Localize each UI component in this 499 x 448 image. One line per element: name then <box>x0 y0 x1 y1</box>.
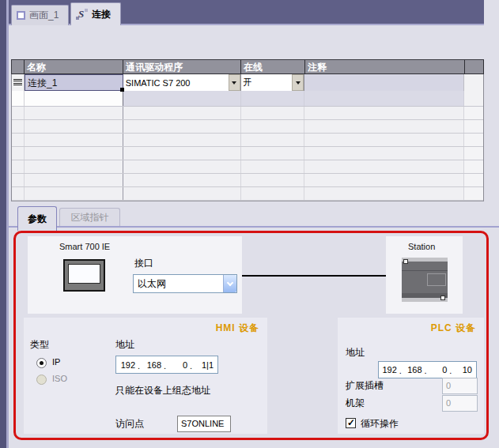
ip-octet: 192 <box>379 365 404 375</box>
interface-dropdown[interactable]: 以太网 <box>133 274 237 293</box>
plc-device-image <box>402 258 448 302</box>
column-header-extra <box>465 60 484 74</box>
left-edge-highlight <box>6 0 9 448</box>
table-empty-row <box>12 134 483 147</box>
plc-station-box: Station <box>386 236 463 314</box>
left-edge-strip <box>0 0 6 448</box>
radio-ip[interactable] <box>36 358 47 368</box>
plc-settings-section: PLC 设备 地址 192 168 0 10 扩展插槽 0 机架 0 循环操作 <box>338 318 484 434</box>
dropdown-arrow-icon[interactable] <box>229 74 240 91</box>
connection-icon: S <box>76 8 88 21</box>
plc-ip-address-field[interactable]: 192 168 0 10 <box>378 361 477 378</box>
tab-area-pointers[interactable]: 区域指针 <box>59 208 120 226</box>
tab-screen-1-label: 画面_1 <box>29 9 59 22</box>
table-empty-row <box>12 120 483 134</box>
ip-octet: 168 <box>142 360 168 370</box>
interface-value: 以太网 <box>138 277 166 291</box>
bottom-tab-baseline <box>9 226 499 228</box>
address-note: 只能在设备上组态地址 <box>115 384 210 397</box>
cyclic-operation-label: 循环操作 <box>361 417 399 431</box>
tab-area-pointers-label: 区域指针 <box>71 211 109 224</box>
hmi-device-name: Smart 700 IE <box>59 242 110 251</box>
ip-octet: 168 <box>404 365 429 375</box>
table-empty-row <box>12 160 483 174</box>
comment-cell[interactable] <box>304 74 464 91</box>
tab-parameters[interactable]: 参数 <box>17 206 57 231</box>
chevron-down-icon[interactable] <box>223 275 236 292</box>
hmi-device-box: Smart 700 IE 接口 以太网 <box>28 236 242 314</box>
table-row: 连接_1 SIMATIC S7 200 开 <box>12 74 483 91</box>
table-new-row[interactable] <box>12 91 483 107</box>
column-header-name[interactable]: 名称 <box>25 60 123 74</box>
connection-line <box>242 275 386 277</box>
row-selector-header <box>12 60 25 74</box>
plc-section-title: PLC 设备 <box>431 322 476 335</box>
hmi-settings-section: HMI 设备 类型 IP ISO 地址 192 168 0 1|1 只能在设备上… <box>24 318 267 434</box>
radio-iso-label: ISO <box>52 374 67 383</box>
ip-octet: 192 <box>116 360 142 370</box>
access-point-label: 访问点 <box>115 417 144 431</box>
driver-dropdown[interactable]: SIMATIC S7 200 <box>123 74 241 91</box>
ip-octet: 0 <box>168 360 195 370</box>
plc-address-label: 地址 <box>346 346 365 360</box>
row-selector-cell[interactable] <box>12 74 25 91</box>
tab-connections[interactable]: S 连接 <box>70 2 121 25</box>
rack-field: 0 <box>442 395 478 412</box>
table-empty-row <box>12 107 483 120</box>
tab-connections-label: 连接 <box>92 8 111 21</box>
radio-ip-label: IP <box>52 357 60 367</box>
ip-octet: 0 <box>429 365 455 375</box>
extra-cell <box>464 74 483 91</box>
dropdown-arrow-icon[interactable] <box>292 74 304 91</box>
hmi-device-image <box>63 259 105 292</box>
column-header-driver[interactable]: 通讯驱动程序 <box>123 60 241 74</box>
rack-label: 机架 <box>346 397 365 410</box>
connection-name-cell[interactable]: 连接_1 <box>25 74 123 91</box>
row-marker-icon <box>13 79 22 87</box>
cell-resize-handle[interactable] <box>120 88 124 92</box>
ip-octet: 10 <box>454 365 476 375</box>
hmi-section-title: HMI 设备 <box>216 322 259 335</box>
hmi-address-label: 地址 <box>115 338 134 352</box>
radio-iso <box>36 375 47 385</box>
table-empty-row <box>12 147 483 160</box>
connections-table: 名称 通讯驱动程序 在线 注释 连接_1 SIMATIC S7 200 <box>11 59 484 201</box>
ip-octet: 1|1 <box>195 360 217 370</box>
expansion-slot-field: 0 <box>442 378 478 394</box>
column-header-comment[interactable]: 注释 <box>305 60 465 74</box>
table-header-row: 名称 通讯驱动程序 在线 注释 <box>11 59 484 74</box>
tab-screen-1[interactable]: 画面_1 <box>11 5 69 25</box>
cyclic-operation-checkbox[interactable] <box>346 418 356 428</box>
tab-parameters-label: 参数 <box>28 213 47 226</box>
connections-editor-window: 画面_1 S 连接 名称 通讯驱动程序 在线 注释 连接_1 <box>0 0 499 448</box>
online-dropdown[interactable]: 开 <box>241 74 305 91</box>
hmi-ip-address-field[interactable]: 192 168 0 1|1 <box>115 356 218 374</box>
table-empty-row <box>12 174 483 187</box>
expansion-slot-label: 扩展插槽 <box>346 379 384 393</box>
interface-label: 接口 <box>134 257 153 270</box>
table-empty-row <box>12 187 483 201</box>
column-header-online[interactable]: 在线 <box>241 60 305 74</box>
screen-icon <box>17 11 25 20</box>
type-label: 类型 <box>30 338 49 352</box>
access-point-field[interactable]: S7ONLINE <box>177 416 231 432</box>
station-label: Station <box>408 242 435 251</box>
